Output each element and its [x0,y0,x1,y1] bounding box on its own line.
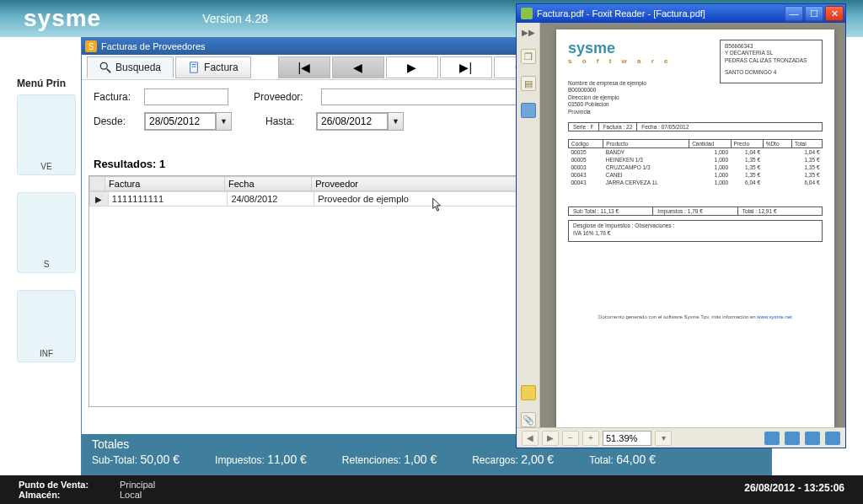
nav-next-button[interactable]: ▶ [386,56,438,78]
customer-box: B56666343 Y DECANTERIA SL PEDRAS CALIZAS… [720,40,823,83]
foxit-toolbar: ◀ ▶ − + ▾ [517,427,845,448]
prev-page-button[interactable]: ◀ [522,431,539,446]
invoice-footer: Documento generado con el software Sysme… [568,314,823,319]
svg-line-1 [107,68,110,72]
main-menu-heading: Menú Prin [17,78,66,89]
app-version: Version 4.28 [202,12,268,25]
proveedor-input[interactable] [321,88,540,105]
nav-first-button[interactable]: |◀ [278,56,330,78]
document-icon [188,62,200,73]
layout-single-button[interactable] [764,432,780,445]
zoom-in-button[interactable]: + [582,431,599,446]
hasta-value[interactable] [317,113,388,130]
svg-rect-2 [190,62,198,72]
proveedor-label: Proveedor: [254,91,321,103]
cell-factura: 1111111111 [108,192,228,206]
chevron-down-icon[interactable]: ▼ [388,113,403,130]
col-fecha[interactable]: Fecha [225,177,312,191]
zoom-out-button[interactable]: − [562,431,579,446]
app-statusbar: Punto de Venta:Principal Almacén:Local 2… [0,475,863,504]
menu-tile-informes[interactable]: INF [17,290,76,362]
col-proveedor[interactable]: Proveedor [312,177,518,191]
desde-label: Desde: [94,115,144,127]
cell-fecha: 24/08/2012 [228,192,314,206]
tab-factura-label: Factura [204,62,239,73]
close-button[interactable]: ✕ [825,6,844,21]
foxit-app-icon [521,8,533,19]
next-page-button[interactable]: ▶ [542,431,559,446]
svg-point-0 [100,62,107,69]
company-block: Nombre de empresa de ejemplo B00000000 D… [568,80,646,115]
foxit-side-panel: ▶▶ ❐ ▤ 📎 [517,23,540,427]
hasta-date[interactable]: ▼ [316,112,404,131]
note-icon[interactable] [521,385,536,400]
maximize-button[interactable]: ☐ [805,6,823,21]
layout-facing-cont-button[interactable] [825,432,840,445]
invoice-subtotals: Sub Total : 11,13 € Impuestos : 1,78 € T… [568,206,823,216]
factura-input[interactable] [144,88,228,105]
invoice-observations: Desglose de Impuestos : Observaciones : … [568,220,823,242]
bookmark-icon[interactable] [521,103,536,118]
foxit-window: Factura.pdf - Foxit Reader - [Factura.pd… [516,3,846,448]
status-clock: 26/08/2012 - 13:25:06 [744,482,844,494]
col-factura[interactable]: Factura [105,177,225,191]
nav-last-button[interactable]: ▶| [440,56,492,78]
menu-tile-stock[interactable]: S [17,192,76,273]
invoice-meta: Serie : F Factura : 22 Fecha : 07/05/201… [568,122,823,131]
zoom-dropdown[interactable]: ▾ [655,431,672,446]
hasta-label: Hasta: [265,115,316,127]
desde-value[interactable] [145,113,216,130]
facturas-title: Facturas de Proveedores [101,41,206,51]
facturas-app-icon: S [85,40,97,52]
layout-cont-button[interactable] [785,432,800,445]
menu-tile-ventas[interactable]: VE [17,94,76,175]
attachment-icon[interactable]: 📎 [521,412,536,427]
record-nav: |◀ ◀ ▶ ▶| ✚ [278,56,546,78]
expand-icon[interactable]: ▶▶ [522,28,535,37]
tab-busqueda-label: Busqueda [115,62,161,73]
foxit-titlebar[interactable]: Factura.pdf - Foxit Reader - [Factura.pd… [517,4,845,23]
cell-proveedor: Proveedor de ejemplo [314,192,520,206]
desde-date[interactable]: ▼ [144,112,232,131]
tab-factura[interactable]: Factura [175,56,251,78]
tab-busqueda[interactable]: Busqueda [87,56,174,78]
layout-facing-button[interactable] [805,432,820,445]
factura-label: Factura: [94,91,144,103]
pdf-viewport[interactable]: sysme s o f t w a r e B56666343 Y DECANT… [540,23,845,427]
search-icon [99,62,111,73]
invoice-items-table: Código Producto Cantidad Precio %Dto Tot… [568,139,823,186]
chevron-down-icon[interactable]: ▼ [216,113,231,130]
pdf-page: sysme s o f t w a r e B56666343 Y DECANT… [556,29,834,427]
nav-prev-button[interactable]: ◀ [332,56,384,78]
minimize-button[interactable]: — [785,6,803,21]
copy-icon[interactable]: ❐ [521,49,536,64]
zoom-input[interactable] [603,431,651,446]
app-logo: sysme [24,5,101,32]
foxit-title: Factura.pdf - Foxit Reader - [Factura.pd… [537,8,705,19]
page-icon[interactable]: ▤ [521,76,536,91]
